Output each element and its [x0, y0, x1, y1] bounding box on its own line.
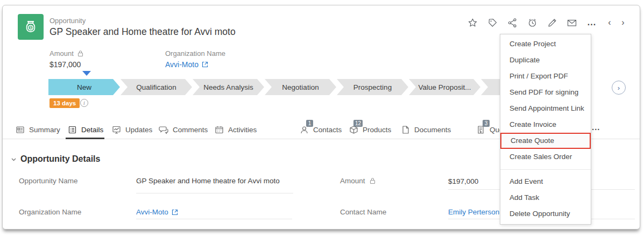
quotes-count-badge: 3: [483, 120, 490, 127]
opportunity-details-section-header[interactable]: Opportunity Details: [11, 154, 100, 164]
quick-field-amount: Amount $197,000: [49, 49, 83, 69]
quick-field-organization: Organization Name Avvi-Moto: [165, 49, 225, 69]
menu-item-duplicate[interactable]: Duplicate: [500, 52, 591, 68]
tab-details[interactable]: Details: [67, 124, 103, 135]
tag-icon[interactable]: [486, 16, 499, 29]
star-icon[interactable]: [466, 16, 479, 29]
page-title: GP Speaker and Home theatre for Avvi mot…: [49, 26, 236, 38]
pipeline-stage-value-proposition[interactable]: Value Proposit...: [409, 79, 480, 95]
tab-activities[interactable]: Activities: [214, 124, 257, 135]
activities-icon: [214, 125, 224, 134]
edit-pencil-icon[interactable]: [546, 16, 558, 29]
pipeline-stage-qualification[interactable]: Qualification: [121, 79, 192, 95]
opportunity-name-label: Opportunity Name: [19, 177, 78, 185]
detail-amount-label: Amount: [340, 177, 376, 185]
external-link-icon: [202, 61, 208, 68]
menu-item-add-event[interactable]: Add Event: [500, 174, 591, 190]
chevron-down-icon: [11, 156, 17, 162]
details-icon: [67, 125, 77, 134]
pipeline-stage-needs-analysis[interactable]: Needs Analysis: [193, 79, 264, 95]
menu-item-add-task[interactable]: Add Task: [500, 190, 591, 206]
products-icon: 12: [349, 125, 358, 134]
organization-link[interactable]: Avvi-Moto: [165, 60, 208, 69]
summary-icon: [15, 125, 25, 134]
menu-divider: [500, 169, 591, 170]
money-bag-icon: $: [23, 19, 39, 35]
menu-item-print-export-pdf[interactable]: Print / Export PDF: [500, 68, 591, 84]
info-icon[interactable]: i: [80, 99, 88, 107]
email-icon[interactable]: [565, 16, 578, 29]
next-stage-button[interactable]: ›: [612, 81, 626, 95]
opportunity-page: $ Opportunity GP Speaker and Home theatr…: [0, 0, 644, 237]
pipeline-stage-prospecting[interactable]: Prospecting: [337, 79, 408, 95]
lock-icon: [77, 50, 83, 57]
share-icon[interactable]: [506, 16, 519, 29]
products-count-badge: 12: [353, 120, 363, 127]
organization-detail-link[interactable]: Avvi-Moto: [136, 206, 178, 218]
menu-item-create-sales-order[interactable]: Create Sales Order: [500, 149, 591, 165]
menu-item-delete-opportunity[interactable]: Delete Opportunity: [500, 206, 591, 222]
active-tab-underline: [66, 138, 104, 139]
more-actions-menu: Create Project Duplicate Print / Export …: [500, 34, 591, 225]
sales-pipeline: New Qualification Needs Analysis Negotia…: [48, 79, 553, 95]
previous-record-button[interactable]: ‹: [604, 16, 615, 29]
reminder-clock-icon[interactable]: [526, 16, 539, 29]
menu-item-send-pdf-for-signing[interactable]: Send PDF for signing: [500, 84, 591, 100]
amount-value[interactable]: $197,000: [49, 60, 83, 69]
organization-label: Organization Name: [165, 49, 225, 58]
menu-item-create-quote[interactable]: Create Quote: [500, 133, 591, 149]
stage-marker-icon: [82, 71, 91, 76]
contact-name-link[interactable]: Emily Perterson: [448, 206, 499, 218]
tab-comments[interactable]: Comments: [159, 124, 208, 135]
tab-contacts[interactable]: 1 Contacts: [299, 124, 342, 135]
opportunity-record-icon: $: [18, 14, 44, 40]
tab-summary[interactable]: Summary: [15, 124, 60, 135]
menu-item-send-appointment-link[interactable]: Send Appointment Link: [500, 100, 591, 117]
detail-organization-label: Organization Name: [19, 208, 81, 216]
header-toolbar: ...: [466, 16, 598, 29]
pipeline-stage-new[interactable]: New: [48, 79, 120, 95]
contacts-icon: 1: [299, 125, 309, 134]
updates-icon: [111, 125, 121, 134]
more-actions-button[interactable]: ...: [585, 16, 598, 29]
record-nav: ‹ ›: [604, 16, 629, 29]
comments-icon: [159, 125, 168, 134]
detail-organization-value[interactable]: Avvi-Moto: [136, 206, 292, 219]
external-link-icon: [172, 209, 178, 216]
pipeline-stage-negotiation[interactable]: Negotiation: [265, 79, 336, 95]
documents-icon: [400, 125, 410, 134]
tabs-overflow-button[interactable]: ...: [592, 123, 600, 132]
days-in-stage-badge: 13 days: [49, 98, 80, 108]
amount-label: Amount: [49, 49, 74, 58]
menu-item-create-project[interactable]: Create Project: [500, 36, 591, 52]
lock-icon: [370, 177, 376, 184]
menu-item-create-invoice[interactable]: Create Invoice: [500, 117, 591, 133]
tab-products[interactable]: 12 Products: [349, 124, 391, 135]
contacts-count-badge: 1: [306, 120, 313, 127]
tab-documents[interactable]: Documents: [400, 124, 451, 135]
tab-updates[interactable]: Updates: [111, 124, 152, 135]
record-type-label: Opportunity: [49, 17, 86, 25]
quotes-icon: 3: [476, 125, 485, 134]
opportunity-name-value[interactable]: GP Speaker and Home theatre for Avvi mot…: [136, 175, 293, 193]
section-title: Opportunity Details: [20, 154, 100, 164]
contact-name-label: Contact Name: [340, 208, 386, 216]
next-record-button[interactable]: ›: [617, 16, 629, 29]
